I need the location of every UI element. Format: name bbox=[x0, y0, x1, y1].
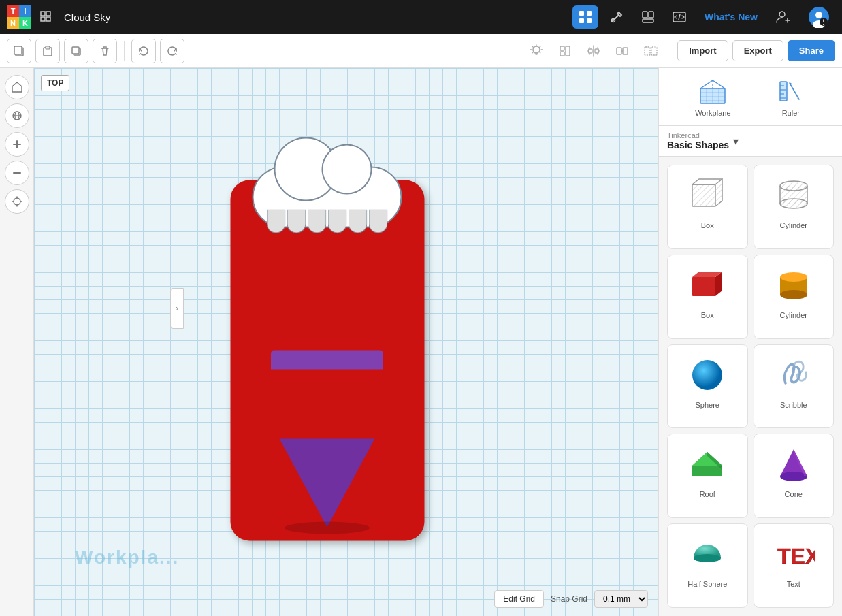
cloud-bump-5 bbox=[349, 209, 368, 233]
svg-rect-4 bbox=[579, 11, 584, 16]
fit-view-button[interactable] bbox=[5, 189, 29, 214]
align-button[interactable] bbox=[553, 39, 577, 63]
shape-box-wire-label: Box bbox=[701, 221, 714, 229]
ruler-button[interactable]: Ruler bbox=[776, 76, 806, 117]
red-board[interactable] bbox=[230, 180, 424, 540]
home-view-button[interactable] bbox=[5, 75, 29, 99]
svg-rect-27 bbox=[566, 46, 570, 56]
paste-button[interactable] bbox=[35, 39, 60, 63]
shape-cylinder-solid[interactable]: Cylinder bbox=[754, 255, 835, 339]
copy-button[interactable] bbox=[7, 39, 31, 63]
shapes-grid: Box bbox=[659, 157, 842, 616]
svg-point-67 bbox=[780, 290, 807, 299]
shape-scribble[interactable]: Scribble bbox=[754, 344, 835, 429]
svg-rect-5 bbox=[587, 11, 592, 16]
svg-rect-31 bbox=[617, 48, 621, 54]
tools-icon bbox=[609, 10, 624, 25]
whats-new-button[interactable]: What's New bbox=[698, 7, 764, 27]
svg-rect-0 bbox=[41, 12, 45, 16]
main-area: TOP bbox=[0, 68, 842, 616]
cloud-bump-3 bbox=[308, 209, 327, 233]
edit-grid-button[interactable]: Edit Grid bbox=[494, 590, 544, 608]
group-button[interactable] bbox=[610, 39, 634, 63]
logo-n: N bbox=[7, 17, 19, 29]
svg-rect-20 bbox=[14, 46, 22, 54]
panel-category-name: Basic Shapes bbox=[667, 140, 729, 150]
viewport[interactable]: TOP bbox=[34, 68, 658, 616]
shape-half-sphere-icon bbox=[684, 531, 730, 577]
share-button[interactable]: Share bbox=[788, 40, 835, 61]
delete-icon bbox=[99, 45, 111, 57]
zoom-out-button[interactable] bbox=[5, 161, 29, 185]
bulb-button[interactable] bbox=[524, 39, 549, 63]
left-sidebar bbox=[0, 68, 34, 616]
shape-half-sphere[interactable]: Half Sphere bbox=[667, 523, 748, 608]
code-blocks-button[interactable] bbox=[666, 5, 692, 29]
grid-menu-button[interactable] bbox=[37, 7, 56, 27]
shape-cylinder-wire[interactable]: Cylinder bbox=[754, 165, 835, 249]
svg-point-41 bbox=[14, 198, 20, 205]
panel-collapse-button[interactable]: › bbox=[170, 288, 184, 329]
copy-icon bbox=[13, 45, 25, 57]
viewport-bottom-bar: Edit Grid Snap Grid 0.1 mm 0.5 mm 1 mm bbox=[34, 582, 658, 616]
shape-roof[interactable]: Roof bbox=[667, 434, 748, 518]
snap-grid-label: Snap Grid bbox=[551, 594, 587, 604]
svg-rect-28 bbox=[560, 52, 564, 56]
shape-sphere[interactable]: Sphere bbox=[667, 344, 748, 429]
svg-rect-2 bbox=[41, 17, 45, 21]
shape-cylinder-wire-label: Cylinder bbox=[780, 221, 807, 229]
mirror-button[interactable] bbox=[581, 39, 606, 63]
perspective-button[interactable] bbox=[5, 103, 29, 128]
shape-half-sphere-label: Half Sphere bbox=[687, 580, 727, 588]
grid-menu-icon bbox=[39, 10, 53, 24]
export-button[interactable]: Export bbox=[732, 40, 783, 61]
paste-icon bbox=[42, 45, 54, 57]
ungroup-icon bbox=[644, 44, 658, 58]
svg-rect-29 bbox=[589, 49, 592, 53]
user-avatar-button[interactable] bbox=[803, 2, 835, 32]
tools-button[interactable] bbox=[604, 5, 630, 29]
pot-body bbox=[280, 438, 375, 527]
snap-grid-select[interactable]: 0.1 mm 0.5 mm 1 mm bbox=[594, 590, 648, 608]
workplane-button[interactable]: Workplane bbox=[695, 76, 730, 117]
pot-shape[interactable] bbox=[280, 438, 375, 527]
group-icon bbox=[615, 44, 629, 58]
workplane-label: Workpla... bbox=[75, 547, 179, 568]
shape-box-solid[interactable]: Box bbox=[667, 255, 748, 339]
import-button[interactable]: Import bbox=[677, 40, 728, 61]
shape-text[interactable]: TEXT Text bbox=[754, 523, 835, 608]
logo-k: K bbox=[19, 17, 31, 29]
shape-box-solid-icon bbox=[684, 262, 730, 308]
redo-button[interactable] bbox=[160, 39, 184, 63]
svg-rect-34 bbox=[651, 47, 657, 55]
undo-button[interactable] bbox=[131, 39, 156, 63]
user-avatar-icon bbox=[808, 6, 830, 28]
bulb-icon bbox=[530, 44, 543, 58]
svg-rect-30 bbox=[595, 49, 598, 53]
tinkercad-logo[interactable]: T I N K bbox=[7, 5, 31, 29]
objects-button[interactable] bbox=[635, 5, 661, 29]
svg-point-64 bbox=[780, 199, 807, 208]
svg-rect-11 bbox=[643, 19, 653, 22]
grid-view-button[interactable] bbox=[572, 5, 598, 29]
zoom-in-button[interactable] bbox=[5, 132, 29, 157]
duplicate-icon bbox=[70, 45, 82, 57]
cloud-shape[interactable] bbox=[253, 139, 402, 234]
svg-rect-6 bbox=[579, 18, 584, 23]
ungroup-button[interactable] bbox=[638, 39, 663, 63]
svg-point-18 bbox=[823, 24, 824, 25]
svg-point-13 bbox=[779, 12, 785, 17]
shape-cylinder-solid-label: Cylinder bbox=[780, 311, 807, 319]
svg-point-69 bbox=[692, 360, 722, 390]
svg-rect-26 bbox=[560, 46, 564, 50]
add-user-button[interactable] bbox=[770, 5, 797, 29]
shape-cone[interactable]: Cone bbox=[754, 434, 835, 518]
pot-shadow bbox=[285, 521, 370, 534]
scene bbox=[230, 180, 424, 540]
panel-dropdown-button[interactable]: ▾ bbox=[733, 135, 739, 148]
shape-box-wire[interactable]: Box bbox=[667, 165, 748, 249]
delete-button[interactable] bbox=[93, 39, 117, 63]
duplicate-button[interactable] bbox=[64, 39, 88, 63]
shape-sphere-label: Sphere bbox=[696, 401, 719, 409]
add-user-icon bbox=[775, 9, 792, 25]
